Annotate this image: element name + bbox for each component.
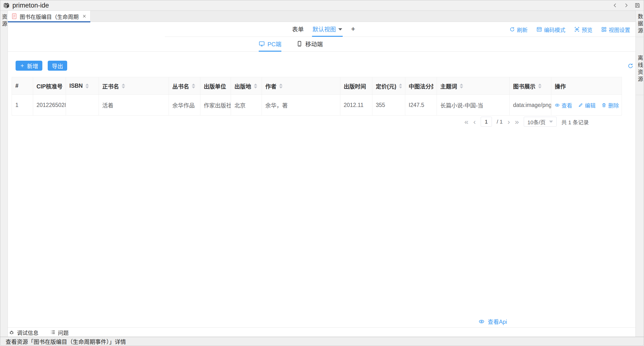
cell-actions: 查看 编辑 删除 [551,95,622,115]
grid-layout-icon [601,27,607,32]
status-bar: 查看资源「图书在版编目（生命周期事件）」详情 [0,337,644,346]
rail-item-offline-resources[interactable]: 离线资源 [636,55,644,83]
ide-window: primeton-ide 资源 数据源 离线资源 图书在版编目（生命周期事件） [0,0,644,346]
refresh-button[interactable]: 刷新 [510,26,528,33]
list-icon [50,329,56,335]
view-settings-button[interactable]: 视图设置 [601,26,630,33]
right-rail: 数据源 离线资源 [636,11,644,337]
problems-label: 问题 [58,328,69,336]
page-input[interactable] [481,117,492,127]
trash-icon [602,103,606,108]
preview-button[interactable]: 预览 [574,26,592,33]
col-pubdate[interactable]: 出版时间 [340,77,372,95]
sort-icon[interactable] [86,84,89,88]
col-book-image[interactable]: 图书展示 [510,77,551,95]
col-price[interactable]: 定价(元) [372,77,405,95]
sort-icon[interactable] [279,84,282,88]
tab-default-view-label: 默认视图 [312,25,336,33]
title-bar: primeton-ide [0,0,644,11]
preview-label: 预览 [582,26,592,33]
tab-form-label: 表单 [292,25,304,33]
col-isbn[interactable]: ISBN [66,77,99,95]
col-author[interactable]: 作者 [262,77,340,95]
back-icon[interactable] [612,3,618,8]
delete-row-label: 删除 [608,101,619,109]
first-page-button[interactable]: « [464,118,468,125]
document-icon [12,13,17,19]
tab-form[interactable]: 表单 [292,22,304,37]
data-table: # CIP核准号 ISBN 正书名 丛书名 出版单位 出版地 作者 出版时间 定… [12,77,622,115]
prev-page-button[interactable]: ‹ [474,118,476,125]
add-view-tab-button[interactable]: + [350,22,356,37]
col-cip[interactable]: CIP核准号 [33,77,66,95]
table-header-row: # CIP核准号 ISBN 正书名 丛书名 出版单位 出版地 作者 出版时间 定… [12,77,622,95]
debug-info-button[interactable]: 调试信息 [9,328,38,336]
cell-price: 355 [372,95,405,115]
pagination: « ‹ / 1 › » 10条/页 共 1 条记录 [464,117,589,127]
tab-mobile[interactable]: 移动端 [296,37,323,52]
phone-icon [296,41,302,47]
editor-tab-book-cip[interactable]: 图书在版编目（生命周期事件） [8,11,90,22]
device-tab-row: PC端 移动端 [8,37,636,52]
view-api-link[interactable]: 查看Api [478,317,507,325]
sort-icon[interactable] [192,84,195,88]
cell-cip: 2012265028 [33,95,66,115]
sort-icon[interactable] [254,84,257,88]
page-size-select[interactable]: 10条/页 [524,117,556,127]
rail-divider [636,95,644,95]
total-pages-label: / 1 [497,119,502,125]
delete-row-button[interactable]: 删除 [602,101,619,109]
view-row-button[interactable]: 查看 [555,101,572,109]
view-api-label: 查看Api [488,317,507,325]
next-page-button[interactable]: › [508,118,510,125]
code-mode-button[interactable]: 编码模式 [536,26,566,33]
cell-series: 余华作品 [169,95,200,115]
rail-item-datasource[interactable]: 数据源 [636,14,644,35]
view-tabs: 表单 默认视图 + [292,22,356,37]
add-button[interactable]: 新增 [16,61,42,71]
bug-icon [9,329,15,335]
col-pubplace[interactable]: 出版地 [231,77,262,95]
col-series[interactable]: 丛书名 [169,77,200,95]
col-actions: 操作 [551,77,622,95]
edit-row-button[interactable]: 编辑 [578,101,596,109]
add-button-label: 新增 [27,62,38,70]
forward-icon[interactable] [623,3,629,8]
close-icon[interactable] [82,14,86,18]
last-page-button[interactable]: » [515,118,519,125]
sort-icon[interactable] [538,84,542,88]
tab-pc[interactable]: PC端 [259,37,281,52]
grid-refresh-button[interactable] [628,63,634,69]
export-button[interactable]: 导出 [48,61,67,71]
cell-isbn [66,95,99,115]
status-text: 查看资源「图书在版编目（生命周期事件）」详情 [6,337,126,345]
sort-icon[interactable] [460,84,463,88]
sort-icon[interactable] [122,84,125,88]
rail-item-resources[interactable]: 资源 [0,14,8,28]
bottom-panel-bar: 调试信息 问题 [8,327,636,337]
col-index: # [12,77,33,95]
editor-tab-label: 图书在版编目（生命周期事件） [20,13,79,20]
monitor-icon [259,41,265,47]
refresh-label: 刷新 [517,26,528,33]
code-window-icon [536,27,542,32]
col-subject[interactable]: 主题词 [437,77,510,95]
app-title: primeton-ide [12,2,49,9]
grid-panel: 新增 导出 # CIP核准号 [8,52,636,327]
problems-button[interactable]: 问题 [50,328,69,336]
view-actions: 刷新 编码模式 预览 视图设置 [510,22,630,37]
pencil-icon [578,103,583,108]
refresh-icon [510,27,515,32]
tab-default-view[interactable]: 默认视图 [312,22,343,37]
view-settings-label: 视图设置 [609,26,630,33]
sort-icon[interactable] [399,84,402,88]
col-title[interactable]: 正书名 [99,77,169,95]
cell-author: 余华，著 [262,95,340,115]
save-icon[interactable] [634,3,640,8]
chevron-down-icon[interactable] [338,28,342,31]
col-publisher[interactable]: 出版单位 [200,77,231,95]
page-size-value: 10条/页 [528,118,546,126]
left-rail: 资源 [0,11,8,337]
col-clc[interactable]: 中图法分类 [405,77,437,95]
rail-divider [636,37,644,37]
